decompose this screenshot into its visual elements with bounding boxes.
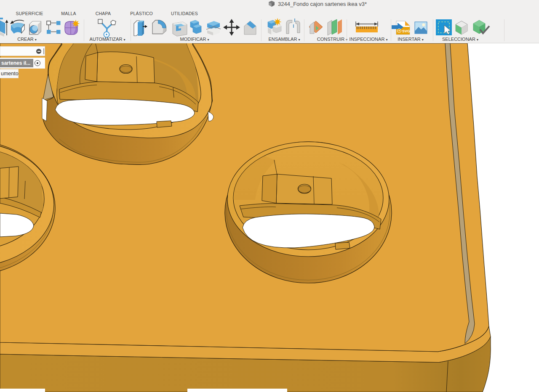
svg-text:SVG: SVG (402, 29, 410, 33)
